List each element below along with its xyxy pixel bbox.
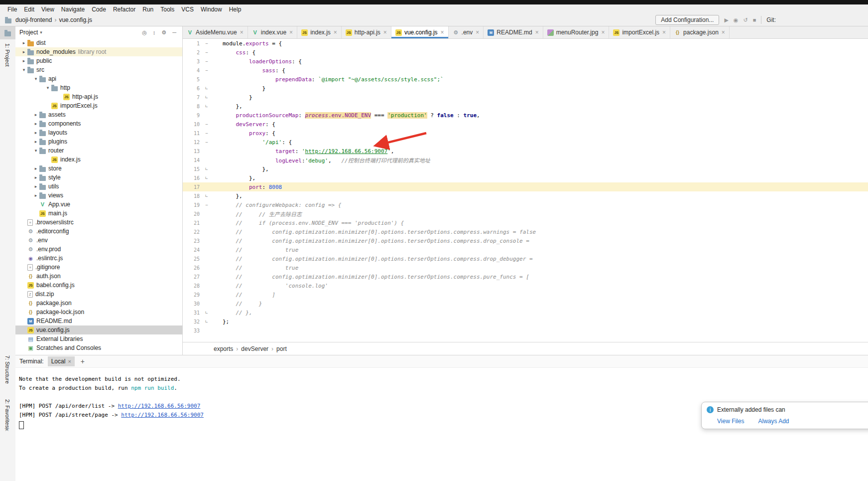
code-text[interactable]: }, — [214, 166, 269, 172]
tree-item-http-api.js[interactable]: JShttp-api.js — [15, 92, 182, 101]
code-text[interactable]: // config.optimization.minimizer[0].opti… — [214, 238, 529, 244]
code-line-14[interactable]: 14 logLevel:'debug', //控制台终端打印代理前的真实地址 — [183, 156, 868, 164]
terminal-link[interactable]: http://192.168.66.56:9007 — [118, 403, 201, 409]
tree-item-public[interactable]: ▸public — [15, 56, 182, 65]
code-line-32[interactable]: 32∟}; — [183, 317, 868, 326]
code-line-19[interactable]: 19− // configureWebpack: config => { — [183, 200, 868, 209]
tree-item-.gitignore[interactable]: ≡.gitignore — [15, 263, 182, 272]
code-text[interactable]: // true — [214, 247, 298, 253]
code-text[interactable]: }; — [214, 319, 229, 325]
add-configuration-button[interactable]: Add Configuration... — [655, 15, 719, 25]
tree-item-auth.json[interactable]: {}auth.json — [15, 272, 182, 281]
code-line-28[interactable]: 28 // 'console.log' — [183, 281, 868, 290]
code-text[interactable]: loaderOptions: { — [214, 58, 302, 65]
code-text[interactable]: // config.optimization.minimizer[0].opti… — [214, 274, 529, 280]
tab-vue.config.js[interactable]: JSvue.config.js× — [391, 26, 449, 38]
fold-end-icon[interactable]: ∟ — [200, 104, 214, 109]
code-text[interactable]: // }, — [214, 310, 252, 316]
tree-item-plugins[interactable]: ▸plugins — [15, 137, 182, 146]
code-line-16[interactable]: 16∟ }, — [183, 173, 868, 182]
tree-item-assets[interactable]: ▸assets — [15, 110, 182, 119]
code-text[interactable]: target: 'http://192.168.66.56:9007', — [214, 148, 394, 155]
always-add-link[interactable]: Always Add — [758, 418, 789, 425]
menu-vcs[interactable]: VCS — [178, 6, 197, 13]
code-text[interactable]: // ] — [214, 292, 275, 298]
tree-item-utils[interactable]: ▸utils — [15, 182, 182, 191]
tree-item-style[interactable]: ▸style — [15, 173, 182, 182]
chevron-right-icon[interactable]: ▸ — [32, 184, 39, 189]
tab-menuRouter.jpg[interactable]: menuRouter.jpg× — [543, 26, 610, 38]
close-tab-icon[interactable]: × — [441, 29, 444, 36]
tab-README.md[interactable]: MREADME.md× — [484, 26, 543, 38]
tree-item-package.json[interactable]: {}package.json — [15, 299, 182, 308]
fold-collapse-icon[interactable]: − — [200, 122, 214, 127]
editor-breadcrumb-port[interactable]: port — [276, 345, 287, 352]
tree-item-node_modules[interactable]: ▸node_moduleslibrary root — [15, 47, 182, 56]
hide-panel-icon[interactable]: ─ — [170, 29, 178, 35]
tree-item-views[interactable]: ▸views — [15, 191, 182, 200]
run-icon[interactable]: ▶ — [724, 17, 728, 23]
code-text[interactable]: }, — [214, 175, 255, 181]
terminal-tab-local[interactable]: Local × — [48, 356, 75, 366]
git-widget[interactable]: Git: — [766, 16, 776, 23]
tree-item-src[interactable]: ▾src — [15, 65, 182, 74]
chevron-right-icon[interactable]: ▸ — [32, 121, 39, 126]
menu-help[interactable]: Help — [226, 6, 245, 13]
tab-importExcel.js[interactable]: JSimportExcel.js× — [609, 26, 670, 38]
code-text[interactable]: devServer: { — [214, 121, 275, 128]
tree-item-.env[interactable]: ⚙.env — [15, 236, 182, 245]
fold-end-icon[interactable]: ∟ — [200, 319, 214, 324]
tree-item-babel.config.js[interactable]: JSbabel.config.js — [15, 281, 182, 290]
tree-item-layouts[interactable]: ▸layouts — [15, 128, 182, 137]
tree-item-api[interactable]: ▾api — [15, 74, 182, 83]
breadcrumb-file[interactable]: vue.config.js — [59, 16, 92, 23]
code-text[interactable]: }, — [214, 103, 243, 110]
chevron-right-icon[interactable]: ▸ — [32, 130, 39, 135]
code-text[interactable]: // config.optimization.minimizer[0].opti… — [214, 229, 536, 235]
fold-collapse-icon[interactable]: − — [200, 202, 214, 207]
close-tab-icon[interactable]: × — [535, 29, 539, 36]
tab-AsideMenu.vue[interactable]: VAsideMenu.vue× — [183, 26, 248, 38]
tree-item-.editorconfig[interactable]: ⚙.editorconfig — [15, 227, 182, 236]
menu-refactor[interactable]: Refactor — [110, 6, 139, 13]
code-line-13[interactable]: 13 target: 'http://192.168.66.56:9007', — [183, 147, 868, 156]
tree-item-.eslintrc.js[interactable]: ◉.eslintrc.js — [15, 254, 182, 263]
code-line-17[interactable]: 17 port: 8008 — [183, 182, 868, 191]
chevron-right-icon[interactable]: ▸ — [32, 166, 39, 171]
code-line-10[interactable]: 10− devServer: { — [183, 120, 868, 129]
menu-run[interactable]: Run — [139, 6, 157, 13]
code-text[interactable]: sass: { — [214, 67, 285, 74]
collapse-all-icon[interactable]: ↕ — [151, 29, 158, 35]
close-tab-icon[interactable]: × — [240, 29, 244, 36]
code-line-30[interactable]: 30 // } — [183, 299, 868, 308]
menu-tools[interactable]: Tools — [157, 6, 178, 13]
menu-navigate[interactable]: Navigate — [58, 6, 88, 13]
fold-end-icon[interactable]: ∟ — [200, 193, 214, 198]
code-line-26[interactable]: 26 // true — [183, 263, 868, 272]
fold-end-icon[interactable]: ∟ — [200, 166, 214, 171]
fold-collapse-icon[interactable]: − — [200, 68, 214, 73]
close-terminal-tab-icon[interactable]: × — [68, 358, 71, 364]
project-panel-title[interactable]: Project — [19, 29, 38, 36]
tree-item-dist.zip[interactable]: Zdist.zip — [15, 290, 182, 299]
code-text[interactable]: // configureWebpack: config => { — [214, 202, 341, 208]
favorites-star-icon[interactable]: ★ — [4, 425, 10, 433]
tab-http-api.js[interactable]: JShttp-api.js× — [342, 26, 391, 38]
tab-.env[interactable]: ⚙.env× — [449, 26, 484, 38]
code-editor[interactable]: 1−module.exports = {2− css: {3− loaderOp… — [183, 39, 868, 342]
chevron-down-icon[interactable]: ▾ — [20, 67, 27, 72]
code-text[interactable]: '/api': { — [214, 139, 292, 146]
chevron-right-icon[interactable]: ▸ — [32, 175, 39, 180]
fold-end-icon[interactable]: ∟ — [200, 175, 214, 180]
editor-breadcrumb-exports[interactable]: exports — [214, 345, 233, 352]
code-line-4[interactable]: 4− sass: { — [183, 66, 868, 75]
code-line-6[interactable]: 6∟ } — [183, 84, 868, 93]
code-text[interactable]: // // 生产去除日志 — [214, 210, 302, 218]
close-tab-icon[interactable]: × — [722, 29, 725, 36]
code-text[interactable]: }, — [214, 193, 243, 199]
code-line-1[interactable]: 1−module.exports = { — [183, 39, 868, 48]
settings-gear-icon[interactable]: ⚙ — [159, 29, 168, 36]
chevron-right-icon[interactable]: ▸ — [20, 58, 27, 63]
code-line-18[interactable]: 18∟ }, — [183, 191, 868, 200]
editor-breadcrumb-devServer[interactable]: devServer — [241, 345, 268, 352]
